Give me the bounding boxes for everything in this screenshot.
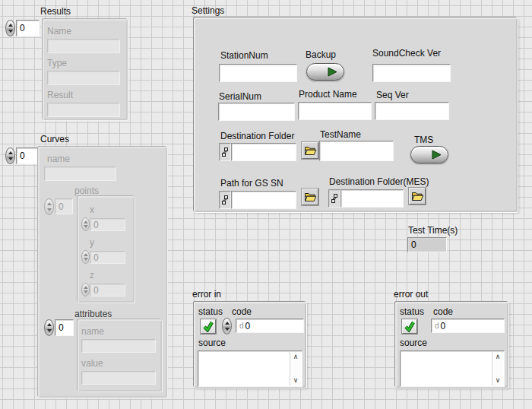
point-y-label: y — [90, 238, 94, 248]
results-cluster: Name Type Result — [43, 19, 128, 120]
attribute-value-field — [81, 371, 156, 385]
curves-index-field[interactable]: 0 — [16, 147, 40, 164]
point-x-field: 0 — [90, 218, 125, 231]
point-z-spinner — [81, 283, 90, 296]
attribute-value-label: value — [81, 359, 103, 369]
scroll-up-icon: ∧ — [496, 354, 501, 360]
points-cluster: x 0 y 0 z 0 — [78, 196, 135, 303]
scroll-down-icon[interactable]: ∨ — [293, 377, 299, 384]
point-y-field: 0 — [90, 251, 125, 264]
spinner-up-icon — [84, 220, 88, 224]
attributes-label: attributes — [74, 309, 112, 319]
scroll-down-icon: ∨ — [496, 377, 501, 384]
station-num-field[interactable] — [219, 64, 297, 82]
code-value: 0 — [441, 321, 446, 331]
tms-label: TMS — [414, 135, 433, 145]
test-time-label: Test Time(s) — [408, 226, 458, 236]
soundcheck-ver-field[interactable] — [372, 64, 451, 82]
destination-folder-mes-browse-button[interactable] — [409, 188, 426, 204]
point-y-spinner — [81, 250, 90, 264]
spinner-down-icon — [84, 258, 88, 261]
error-in-cluster: status code d0 source ∧ ∨ — [194, 302, 306, 388]
results-index-field[interactable]: 0 — [16, 20, 40, 36]
folder-open-icon — [304, 145, 317, 156]
error-in-label: error in — [192, 290, 221, 300]
path-for-gs-sn-path-type-box[interactable] — [219, 191, 231, 209]
error-out-label: error out — [394, 290, 428, 300]
backup-toggle-button[interactable] — [306, 63, 344, 81]
spinner-down-icon[interactable] — [47, 329, 52, 332]
error-in-status-label: status — [198, 307, 223, 317]
error-out-status-label: status — [400, 307, 424, 317]
seq-ver-label: Seq Ver — [376, 90, 409, 100]
station-num-label: StationNum — [220, 51, 268, 61]
points-label: points — [74, 186, 99, 196]
path-for-gs-sn-path-field[interactable] — [231, 191, 296, 209]
curves-index-spinner[interactable] — [5, 147, 15, 164]
error-in-code-spinner[interactable] — [222, 318, 232, 334]
spinner-up-icon[interactable] — [225, 322, 230, 325]
scrollbar[interactable]: ∧ ∨ — [290, 352, 301, 385]
attribute-name-field — [81, 339, 156, 353]
curve-name-label: name — [47, 154, 70, 164]
tms-toggle-button[interactable] — [410, 146, 448, 163]
path-for-gs-sn-browse-button[interactable] — [302, 189, 318, 205]
spinner-up-icon[interactable] — [8, 151, 13, 154]
results-result-label: Result — [47, 90, 73, 100]
point-z-field: 0 — [90, 284, 125, 296]
destination-folder-path-field[interactable] — [231, 143, 296, 161]
destination-folder-mes-label: Destination Folder(MES) — [329, 177, 429, 187]
folder-open-icon — [411, 191, 424, 201]
results-index-spinner[interactable] — [5, 20, 15, 36]
folder-open-icon — [304, 192, 317, 202]
destination-folder-browse-button[interactable] — [302, 142, 318, 159]
scroll-up-icon[interactable]: ∧ — [293, 354, 299, 360]
error-in-source-textarea[interactable]: ∧ ∨ — [198, 350, 302, 387]
soundcheck-ver-label: SoundCheck Ver — [372, 49, 441, 59]
attributes-index-spinner[interactable] — [44, 319, 54, 336]
error-in-code-field[interactable]: d0 — [236, 319, 304, 333]
destination-folder-mes-path-field[interactable] — [340, 189, 404, 208]
backup-label: Backup — [306, 50, 336, 60]
error-out-source-textarea: ∧ ∨ — [400, 350, 505, 387]
test-time-field: 0 — [407, 237, 447, 252]
attributes-index-field[interactable]: 0 — [55, 319, 74, 336]
spinner-down-icon[interactable] — [225, 328, 230, 331]
seq-ver-field[interactable] — [375, 102, 449, 120]
settings-cluster: StationNum Backup SoundCheck Ver SerialN… — [194, 17, 518, 212]
green-check-icon — [202, 321, 214, 332]
serial-num-field[interactable] — [218, 103, 295, 121]
product-name-field[interactable] — [298, 102, 372, 120]
error-out-code-label: code — [433, 307, 453, 317]
error-out-source-label: source — [400, 338, 427, 348]
point-x-label: x — [90, 205, 94, 215]
spinner-down-icon[interactable] — [8, 157, 13, 160]
destination-folder-mes-path-type-box[interactable] — [328, 189, 340, 208]
results-label: Results — [40, 7, 71, 17]
scrollbar: ∧ ∨ — [492, 352, 503, 385]
test-name-field[interactable] — [319, 141, 394, 161]
error-out-cluster: status code d0 source ∧ ∨ — [395, 302, 508, 388]
spinner-up-icon[interactable] — [47, 323, 52, 326]
path-symbol-icon — [221, 147, 229, 158]
point-x-spinner — [81, 217, 90, 231]
destination-folder-label: Destination Folder — [220, 132, 294, 141]
spinner-down-icon[interactable] — [8, 30, 13, 33]
green-check-icon — [404, 321, 416, 332]
serial-num-label: SerialNum — [219, 92, 261, 102]
attributes-cluster: name value — [78, 319, 162, 392]
curves-cluster: name points 0 x 0 y 0 z 0 attributes 0 n… — [38, 147, 167, 398]
error-in-status-button[interactable] — [201, 319, 216, 334]
radix-indicator: d — [239, 322, 244, 330]
point-z-label: z — [90, 271, 94, 281]
curve-name-field — [44, 166, 116, 181]
spinner-down-icon — [47, 208, 52, 211]
results-result-field — [47, 103, 120, 117]
play-arrow-icon — [328, 67, 337, 77]
results-name-field — [47, 39, 120, 53]
spinner-up-icon[interactable] — [8, 24, 13, 27]
spinner-up-icon — [84, 253, 88, 256]
destination-folder-path-type-box[interactable] — [219, 143, 231, 161]
path-for-gs-sn-label: Path for GS SN — [220, 179, 283, 189]
spinner-up-icon — [84, 286, 88, 289]
